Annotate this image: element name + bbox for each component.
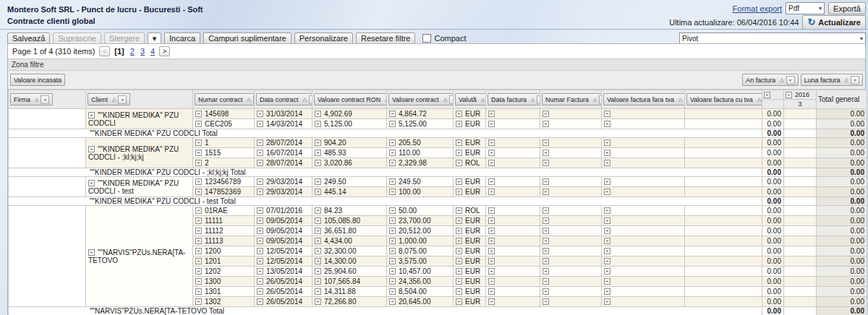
collapse-icon[interactable] [389, 189, 396, 195]
collapse-icon[interactable] [456, 268, 462, 275]
next-page-button[interactable]: > [159, 46, 170, 56]
collapse-icon[interactable] [389, 160, 396, 166]
collapse-icon[interactable] [604, 121, 610, 127]
collapse-icon[interactable] [542, 268, 549, 275]
field-button-valoare-contract[interactable]: Valoare contract△▾ [388, 93, 454, 105]
collapse-icon[interactable] [456, 207, 462, 214]
collapse-icon[interactable] [456, 217, 462, 224]
collapse-icon[interactable] [456, 150, 462, 156]
filter-dropdown-icon[interactable]: ▾ [851, 76, 859, 85]
collapse-icon[interactable] [389, 298, 396, 305]
collapse-icon[interactable] [604, 150, 610, 156]
collapse-icon[interactable] [604, 288, 610, 295]
collapse-icon[interactable] [389, 258, 396, 264]
collapse-icon[interactable] [488, 139, 495, 146]
field-button-valoare-factura-cu-tva[interactable]: Valoare factura cu tva△▾ [686, 93, 762, 105]
collapse-icon[interactable] [257, 160, 263, 166]
collapse-icon[interactable] [389, 288, 396, 295]
collapse-icon[interactable] [456, 248, 462, 254]
collapse-icon[interactable] [257, 189, 263, 195]
export-format-select[interactable]: Pdf ▾ [786, 2, 825, 14]
collapse-icon[interactable] [604, 258, 610, 264]
collapse-icon[interactable] [389, 278, 396, 285]
collapse-icon[interactable] [389, 111, 396, 117]
collapse-icon[interactable] [315, 178, 321, 185]
collapse-icon[interactable] [456, 278, 462, 285]
collapse-icon[interactable] [315, 238, 321, 244]
page-link-4[interactable]: 4 [150, 47, 155, 56]
collapse-icon[interactable] [604, 111, 610, 117]
collapse-icon[interactable] [257, 150, 263, 156]
collapse-icon[interactable] [195, 278, 202, 285]
collapse-icon[interactable] [786, 92, 792, 98]
collapse-icon[interactable] [488, 217, 495, 224]
personalize-button[interactable]: Personalizare [294, 33, 353, 45]
collapse-icon[interactable] [604, 278, 610, 285]
collapse-icon[interactable] [389, 268, 396, 275]
collapse-icon[interactable] [488, 238, 495, 244]
field-button-an-factura[interactable]: An factura△▾ [742, 74, 798, 86]
collapse-icon[interactable] [257, 121, 263, 127]
collapse-icon[interactable] [456, 298, 462, 305]
collapse-icon[interactable] [542, 111, 549, 117]
collapse-icon[interactable] [195, 228, 202, 234]
filter-dropdown-icon[interactable]: ▾ [118, 95, 127, 104]
filter-dropdown-icon[interactable]: ▾ [786, 76, 795, 85]
collapse-icon[interactable] [542, 178, 549, 185]
collapse-icon[interactable] [542, 189, 549, 195]
collapse-icon[interactable] [195, 189, 202, 195]
refresh-button[interactable]: ↻ Actualizare [802, 15, 866, 30]
collapse-icon[interactable] [315, 278, 321, 285]
collapse-icon[interactable] [488, 189, 495, 195]
collapse-icon[interactable] [315, 248, 321, 254]
collapse-icon[interactable] [389, 238, 396, 244]
collapse-icon[interactable] [315, 111, 321, 117]
collapse-icon[interactable] [389, 121, 396, 127]
collapse-icon[interactable] [257, 298, 263, 305]
collapse-icon[interactable] [389, 139, 396, 146]
collapse-icon[interactable] [488, 121, 495, 127]
collapse-icon[interactable] [542, 217, 549, 224]
collapse-icon[interactable] [195, 150, 202, 156]
field-button-firma[interactable]: Firma△▾ [10, 93, 53, 105]
collapse-icon[interactable] [488, 248, 495, 254]
collapse-icon[interactable] [488, 268, 495, 275]
collapse-icon[interactable] [257, 258, 263, 264]
filter-dropdown-icon[interactable]: ▾ [309, 95, 312, 104]
collapse-icon[interactable] [315, 160, 321, 166]
collapse-icon[interactable] [195, 217, 202, 224]
collapse-icon[interactable] [195, 298, 202, 305]
collapse-icon[interactable] [488, 111, 495, 117]
collapse-icon[interactable] [257, 228, 263, 234]
view-selector[interactable]: Pivot ▾ [679, 33, 866, 45]
collapse-icon[interactable] [88, 112, 95, 118]
field-button-client[interactable]: Client△▾ [88, 93, 130, 105]
save-button[interactable]: Salvează [7, 33, 50, 45]
collapse-icon[interactable] [456, 139, 462, 146]
collapse-icon[interactable] [315, 298, 321, 305]
collapse-icon[interactable] [488, 160, 495, 166]
format-export-link[interactable]: Format export [733, 4, 782, 13]
collapse-icon[interactable] [456, 238, 462, 244]
collapse-icon[interactable] [88, 249, 95, 256]
collapse-icon[interactable] [488, 150, 495, 156]
collapse-icon[interactable] [542, 278, 549, 285]
collapse-icon[interactable] [195, 288, 202, 295]
collapse-icon[interactable] [195, 248, 202, 254]
field-button-valut[interactable]: Valută△▾ [455, 93, 486, 105]
field-button-numar-contract[interactable]: Numar contract△▾ [195, 93, 255, 105]
page-link-2[interactable]: 2 [130, 47, 135, 56]
collapse-icon[interactable] [315, 217, 321, 224]
collapse-icon[interactable] [389, 217, 396, 224]
collapse-icon[interactable] [315, 268, 321, 275]
collapse-icon[interactable] [488, 258, 495, 264]
collapse-icon[interactable] [604, 238, 610, 244]
collapse-icon[interactable] [456, 111, 462, 117]
collapse-icon[interactable] [257, 217, 263, 224]
collapse-icon[interactable] [456, 160, 462, 166]
collapse-icon[interactable] [315, 228, 321, 234]
collapse-icon[interactable] [315, 121, 321, 127]
column-header-empty-year[interactable] [762, 90, 784, 100]
collapse-icon[interactable] [542, 139, 549, 146]
collapse-icon[interactable] [315, 207, 321, 214]
